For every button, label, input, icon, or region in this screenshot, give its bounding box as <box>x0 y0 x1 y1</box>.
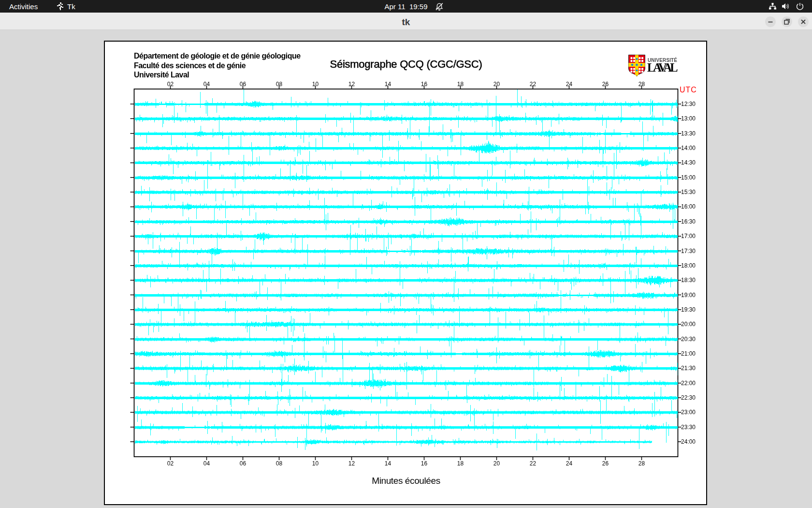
svg-text:LAVAL: LAVAL <box>647 61 678 74</box>
